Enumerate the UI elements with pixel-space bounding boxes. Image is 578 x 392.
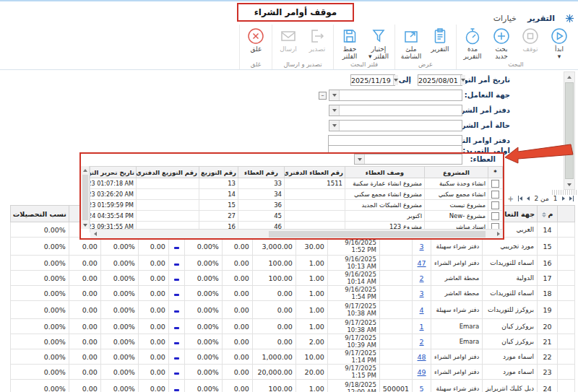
pager-plus-icon[interactable]: + [508, 195, 514, 203]
scrollbar-thumb[interactable] [82, 175, 88, 220]
row-checkbox[interactable] [491, 212, 499, 220]
grid-cell-extra [379, 286, 412, 301]
grid-cell-num: 16 [538, 256, 558, 271]
calendar-dropdown-icon[interactable] [460, 75, 465, 85]
report-view-button[interactable]: التقرير [426, 25, 454, 60]
close-button[interactable]: غلق [241, 25, 270, 60]
chevron-down-icon[interactable] [355, 154, 365, 164]
grid-cell-qty: 1.00 [296, 256, 327, 271]
order-count-link[interactable]: 3 [420, 289, 424, 297]
popup-header-edit_date[interactable]: تاريخ تحرير التو [90, 167, 137, 178]
date-to-field[interactable]: 2025/11/19 [350, 74, 395, 86]
counterparty-browse-button[interactable]: – [319, 92, 327, 100]
popup-row[interactable]: مشروع تيستمشروع الشبكات الجديد3615/2023 … [90, 200, 503, 211]
grid-cell-amount: 100.00 [252, 380, 296, 392]
order-count-link[interactable]: 1 [420, 323, 424, 331]
popup-header-tender_no[interactable]: رقم العطاء [238, 167, 285, 178]
grid-row[interactable]: 18اسماء للتوريداتمحطة العاشر39/16/20251:… [10, 286, 574, 301]
order-count-link[interactable]: 5 [420, 385, 424, 392]
grid-cell-dt: 9/16/20251:52 PM [327, 238, 379, 256]
grid-cell-qty: 1.00 [296, 301, 327, 319]
pager-next-icon[interactable] [527, 196, 530, 201]
order-count-link[interactable]: 47 [418, 259, 426, 267]
row-checkbox[interactable] [491, 201, 499, 209]
grid-row[interactable]: 22اسماء مورددفتر اوامر الشراء489/17/2025… [10, 349, 574, 365]
popup-row[interactable]: انشاء وحدة سكنيةمشروع انشاء عمارة سكنية1… [90, 178, 503, 189]
grid-row[interactable]: 15مورد تجريبيدفتر شراء سهيلة39/16/20251:… [10, 238, 574, 256]
scroll-down-icon[interactable] [564, 180, 574, 189]
scroll-down-icon[interactable] [81, 221, 89, 229]
grid-cell-z2: 0.00% [184, 238, 222, 256]
chevron-down-icon[interactable] [329, 90, 340, 100]
popup-row[interactable]: انشاء مجمع سكنيمشروع انشاء مجمع سكني3414… [90, 189, 503, 200]
group-label-filter: فلتر البحث [350, 60, 378, 69]
popup-vertical-scrollbar[interactable] [81, 166, 90, 229]
order-count-link[interactable]: 2 [420, 338, 424, 346]
new-search-button[interactable]: بحث جديد [487, 25, 516, 60]
grid-row[interactable]: 23اسماء مورددفتر اوامر الشراء499/17/2025… [10, 365, 574, 380]
grid-row[interactable]: 21بروكرز كيانEmara29/17/202510:39 AM2.00… [10, 334, 574, 349]
grid-cell-z1: 0.00 [222, 319, 252, 334]
order-count-link[interactable]: 48 [418, 353, 426, 361]
scroll-left-icon[interactable] [90, 232, 100, 236]
tender-combo[interactable] [354, 154, 462, 165]
start-button[interactable]: ابدأ ▾ [545, 25, 574, 60]
pager-current-page[interactable]: 1 [553, 195, 558, 202]
order-count-link[interactable]: 2 [420, 274, 424, 282]
choose-filter-button[interactable]: إختيار الفلتر ▾ [364, 25, 393, 60]
order-count-link[interactable]: 4 [420, 306, 424, 314]
chevron-down-icon[interactable] [329, 121, 340, 131]
grid-row[interactable]: 20بروكرز كيانEmara19/17/202510:38 AM1.00… [10, 319, 574, 334]
fullscreen-button[interactable]: ملئ الشاشة [397, 25, 426, 60]
row-checkbox[interactable] [491, 180, 499, 188]
grid-row[interactable]: 24دبل كليك انتربرايزدفتر شراء سهيلة55000… [10, 380, 574, 392]
status-dash-icon [174, 389, 179, 391]
popup-header-check[interactable]: * [488, 167, 503, 178]
purchase-status-combo[interactable] [329, 120, 462, 131]
export-button[interactable]: تصدير [303, 25, 332, 60]
chevron-down-icon[interactable] [329, 105, 340, 116]
pager-prev-icon[interactable] [562, 196, 565, 201]
popup-header-dist_book[interactable]: رقم التوزيع الدفتري [137, 167, 199, 178]
popup-row[interactable]: مشروع -Newاكتوبر4527/2024 04:35:54 PM [90, 211, 503, 222]
scroll-up-icon[interactable] [564, 72, 574, 82]
scroll-right-icon[interactable] [493, 232, 503, 236]
to-label: إلى: [396, 76, 411, 84]
popup-header-project[interactable]: المشروع [425, 167, 488, 178]
calendar-dropdown-icon[interactable] [393, 75, 398, 85]
export-icon [308, 26, 327, 45]
popup-horizontal-scrollbar[interactable] [90, 229, 503, 238]
grid-row[interactable]: 19بروكرز للتوريداتدفتر شراء سهيلة49/17/2… [10, 301, 574, 319]
grid-cell-ind [558, 301, 575, 319]
grid-cell-entity: بروكرز كيان [483, 319, 538, 334]
report-duration-button[interactable]: مدة التقرير [458, 25, 487, 60]
popup-header-book_no[interactable]: رقم العطاء الدفتري [285, 167, 345, 178]
purchase-book-combo[interactable] [329, 105, 462, 116]
date-from-field[interactable]: 2025/08/01 [418, 74, 462, 86]
save-filter-button[interactable]: حفظ الفلتر [335, 25, 364, 60]
send-button[interactable]: ارسال [274, 25, 303, 60]
grid-header-z6[interactable]: نسب التحصيلات [10, 206, 69, 222]
close-icon [246, 26, 265, 45]
grid-cell-ind [558, 256, 575, 271]
counterparty-combo[interactable] [329, 90, 462, 101]
pager-first-icon[interactable] [569, 196, 574, 201]
stop-button[interactable]: توقف [516, 25, 545, 60]
scrollbar-thumb[interactable] [269, 231, 486, 238]
tab-options[interactable]: خيارات [493, 14, 517, 23]
grid-header-num[interactable]: م [538, 206, 558, 222]
popup-header-dist_no[interactable]: رقم التوزيع [199, 167, 238, 178]
grid-cell-z2: 0.00% [184, 271, 222, 286]
grid-cell-z2: 0.00% [184, 256, 222, 271]
scroll-up-icon[interactable] [81, 166, 89, 174]
order-count-link[interactable]: 3 [420, 243, 424, 251]
tab-report[interactable]: التقرير [527, 14, 555, 23]
pager-last-icon[interactable] [518, 196, 523, 201]
grid-row[interactable]: 17الدوليةمحطة العاشر29/16/202510:14 AM1.… [10, 271, 574, 286]
popup-header-desc[interactable]: وصف العطاء [345, 167, 425, 178]
grid-header-ind[interactable] [558, 206, 575, 222]
row-checkbox[interactable] [491, 191, 499, 199]
order-count-link[interactable]: 49 [418, 368, 426, 376]
panel-scrollbar[interactable] [564, 71, 575, 190]
grid-row[interactable]: 16اسماء للتوريداتدفتر اوامر الشراء479/16… [10, 256, 574, 271]
